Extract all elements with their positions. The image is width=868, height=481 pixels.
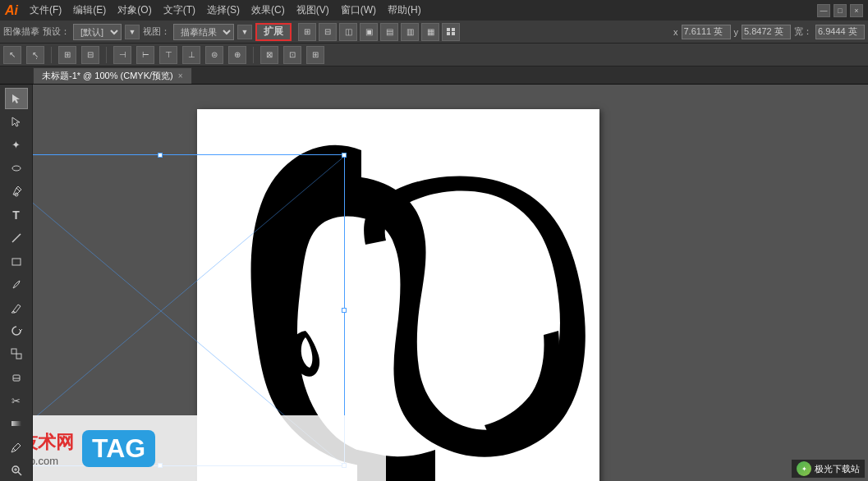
watermark-overlay: 电脑技术网 www.tagxp.com TAG — [33, 415, 386, 481]
svg-rect-4 — [11, 349, 16, 354]
shape-tool-btn[interactable] — [5, 250, 28, 272]
align-middle-icon[interactable]: ⊜ — [205, 46, 223, 64]
menu-edit[interactable]: 编辑(E) — [68, 0, 111, 21]
lasso-tool-btn[interactable] — [5, 158, 28, 179]
pen-tool-btn[interactable] — [5, 181, 28, 202]
options-icon-4[interactable]: ⊟ — [81, 46, 99, 64]
y-input[interactable] — [742, 25, 791, 39]
grid-icon-btn[interactable] — [442, 23, 460, 41]
pencil-tool-btn[interactable] — [5, 297, 28, 318]
tab-close-btn[interactable]: × — [178, 71, 183, 80]
svg-rect-5 — [16, 354, 21, 359]
watermark-text: 电脑技术网 www.tagxp.com — [33, 430, 74, 467]
magic-wand-tool-btn[interactable]: ✦ — [5, 135, 28, 156]
svg-rect-8 — [11, 421, 21, 426]
tag-badge: TAG — [82, 430, 155, 467]
ai-logo: Ai — [5, 3, 18, 18]
trace-icon-7[interactable]: ▦ — [421, 23, 439, 41]
jiguang-text: 极光下载站 — [815, 463, 860, 475]
preset-select[interactable]: [默认] — [73, 24, 122, 40]
align-top-icon[interactable]: ⊥ — [182, 46, 200, 64]
tab-title: 未标题-1* @ 100% (CMYK/预览) — [42, 70, 173, 82]
distribute-icon-3[interactable]: ⊞ — [306, 46, 324, 64]
svg-point-0 — [12, 166, 21, 171]
align-bottom-icon[interactable]: ⊕ — [228, 46, 246, 64]
options-icon-2[interactable]: ↖̣ — [26, 46, 44, 64]
distribute-icon-2[interactable]: ⊡ — [283, 46, 301, 64]
toolbar2: ↖ ↖̣ ⊞ ⊟ ⊣ ⊢ ⊤ ⊥ ⊜ ⊕ ⊠ ⊡ ⊞ — [0, 44, 868, 66]
type-tool-btn[interactable]: T — [5, 204, 28, 225]
options-icon-1[interactable]: ↖ — [3, 46, 21, 64]
separator-1 — [51, 47, 52, 63]
menu-help[interactable]: 帮助(H) — [383, 0, 426, 21]
options-icon-3[interactable]: ⊞ — [58, 46, 76, 64]
brush-tool-btn[interactable] — [5, 273, 28, 295]
watermark-title: 电脑技术网 — [33, 430, 74, 455]
menu-bar: 文件(F) 编辑(E) 对象(O) 文字(T) 选择(S) 效果(C) 视图(V… — [25, 0, 426, 21]
trace-toolbar-icons: ⊞ ⊟ ◫ ▣ ▤ ▥ ▦ — [298, 23, 460, 41]
menu-view[interactable]: 视图(V) — [292, 0, 334, 21]
view-label: 视图： — [143, 25, 170, 38]
document-tab[interactable]: 未标题-1* @ 100% (CMYK/预览) × — [33, 67, 192, 84]
trace-icon-2[interactable]: ⊟ — [319, 23, 337, 41]
handle-top-center[interactable] — [158, 153, 163, 158]
menu-file[interactable]: 文件(F) — [25, 0, 67, 21]
menu-select[interactable]: 选择(S) — [202, 0, 245, 21]
align-center-icon[interactable]: ⊢ — [136, 46, 154, 64]
title-bar: Ai 文件(F) 编辑(E) 对象(O) 文字(T) 选择(S) 效果(C) 视… — [0, 0, 868, 21]
tab-bar: 未标题-1* @ 100% (CMYK/预览) × — [0, 66, 868, 85]
view-options-btn[interactable]: ▼ — [237, 25, 252, 39]
canvas-area[interactable]: 电脑技术网 www.tagxp.com TAG ✦ 极光下载站 — [33, 85, 868, 481]
align-left-icon[interactable]: ⊣ — [113, 46, 131, 64]
svg-rect-3 — [12, 259, 21, 265]
x-input[interactable] — [682, 25, 731, 39]
menu-effect[interactable]: 效果(C) — [246, 0, 290, 21]
trace-icon-5[interactable]: ▤ — [380, 23, 398, 41]
main-area: ✦ T ✂ — [0, 85, 868, 481]
scissors-tool-btn[interactable]: ✂ — [5, 390, 28, 411]
minimize-btn[interactable]: — — [817, 4, 830, 17]
close-btn[interactable]: × — [850, 4, 863, 17]
trace-icon-4[interactable]: ▣ — [360, 23, 378, 41]
menu-object[interactable]: 对象(O) — [113, 0, 156, 21]
separator-2 — [106, 47, 107, 63]
view-select[interactable]: 描摹结果 — [173, 24, 234, 40]
eraser-tool-btn[interactable] — [5, 367, 28, 388]
maximize-btn[interactable]: □ — [834, 4, 847, 17]
preset-options-btn[interactable]: ▼ — [125, 25, 140, 39]
trace-icon-6[interactable]: ▥ — [401, 23, 419, 41]
separator-3 — [253, 47, 254, 63]
menu-type[interactable]: 文字(T) — [158, 0, 200, 21]
svg-line-2 — [12, 234, 21, 242]
y-label: y — [734, 27, 739, 37]
direct-selection-tool-btn[interactable] — [5, 111, 28, 132]
distribute-icon-1[interactable]: ⊠ — [260, 46, 278, 64]
trace-label: 图像描摹 — [3, 25, 39, 38]
expand-button[interactable]: 扩展 — [255, 23, 292, 41]
watermark-url: www.tagxp.com — [33, 455, 74, 467]
eyedropper-tool-btn[interactable] — [5, 436, 28, 457]
x-label: x — [673, 27, 678, 37]
bottom-right-logo: ✦ 极光下载站 — [792, 460, 865, 478]
rotate-tool-btn[interactable] — [5, 320, 28, 341]
svg-line-10 — [18, 472, 21, 475]
align-right-icon[interactable]: ⊤ — [159, 46, 177, 64]
line-tool-btn[interactable] — [5, 227, 28, 249]
zoom-tool-btn[interactable] — [5, 460, 28, 481]
menu-window[interactable]: 窗口(W) — [336, 0, 381, 21]
selection-tool-btn[interactable] — [5, 88, 28, 109]
trace-icon-3[interactable]: ◫ — [339, 23, 357, 41]
w-label: 宽： — [794, 25, 812, 38]
left-toolbar: ✦ T ✂ — [0, 85, 33, 481]
w-input[interactable] — [815, 25, 865, 39]
gradient-tool-btn[interactable] — [5, 413, 28, 434]
preset-label: 预设： — [43, 25, 70, 38]
toolbar1: 图像描摹 预设： [默认] ▼ 视图： 描摹结果 ▼ 扩展 ⊞ ⊟ ◫ ▣ ▤ … — [0, 21, 868, 44]
scale-tool-btn[interactable] — [5, 343, 28, 364]
trace-icon-1[interactable]: ⊞ — [298, 23, 316, 41]
jiguang-icon: ✦ — [797, 461, 811, 476]
